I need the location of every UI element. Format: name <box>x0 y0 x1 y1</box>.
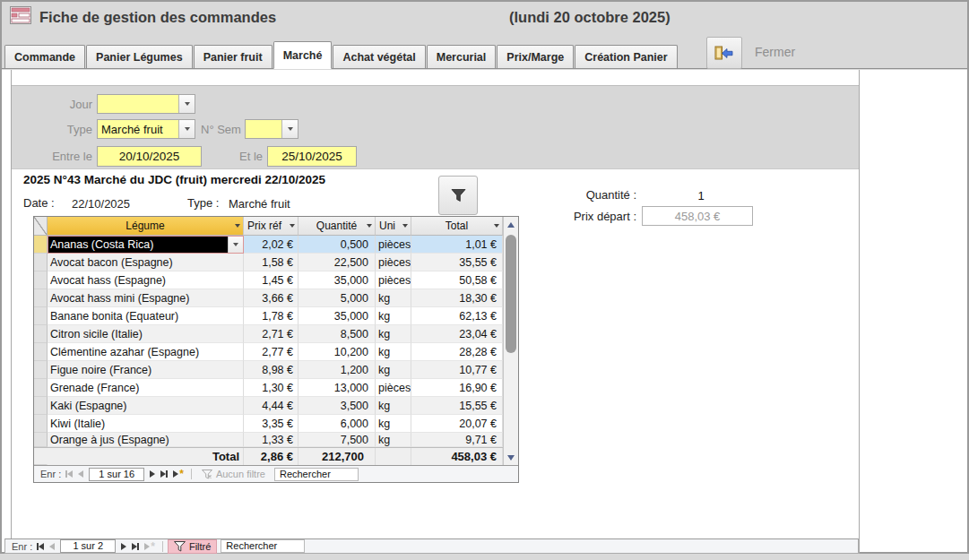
cell-uni[interactable]: pièces <box>376 254 411 271</box>
cell-uni[interactable]: kg <box>376 415 411 433</box>
last-record-button[interactable] <box>160 470 168 478</box>
column-header-quantite[interactable]: Quantité <box>298 217 376 236</box>
cell-uni[interactable]: kg <box>376 397 411 415</box>
row-selector[interactable] <box>34 361 48 379</box>
cell-uni[interactable]: kg <box>376 433 411 447</box>
tab-prix-marge[interactable]: Prix/Marge <box>497 45 574 68</box>
row-selector[interactable] <box>34 343 48 361</box>
date-fin-input[interactable]: 25/10/2025 <box>267 146 357 167</box>
cell-legume[interactable]: Avocat hass mini (Espagne) <box>48 289 244 307</box>
row-selector[interactable] <box>34 433 48 447</box>
cell-quantite[interactable]: 10,200 <box>298 343 376 361</box>
filter-status-chip[interactable]: Filtré <box>168 539 217 554</box>
record-position-box[interactable]: 1 sur 16 <box>89 468 144 481</box>
cell-prix-ref[interactable]: 4,44 € <box>244 397 298 415</box>
row-selector[interactable] <box>34 254 48 271</box>
cell-prix-ref[interactable]: 3,66 € <box>244 289 298 307</box>
first-record-button[interactable] <box>37 543 44 550</box>
cell-prix-ref[interactable]: 1,78 € <box>244 307 298 325</box>
cell-uni[interactable]: pièces <box>376 236 411 254</box>
row-selector[interactable] <box>34 415 48 433</box>
cell-quantite[interactable]: 5,000 <box>298 289 376 307</box>
column-header-uni[interactable]: Uni <box>376 217 411 236</box>
column-header-total[interactable]: Total <box>411 217 503 236</box>
chevron-down-icon[interactable] <box>281 120 298 138</box>
cell-legume[interactable]: Grenade (France) <box>48 379 244 397</box>
previous-record-button[interactable] <box>49 543 55 550</box>
chevron-down-icon[interactable] <box>178 95 195 113</box>
legume-cell-dropdown[interactable] <box>228 237 243 253</box>
cell-prix-ref[interactable]: 8,98 € <box>244 361 298 379</box>
jour-combobox[interactable] <box>97 94 195 114</box>
date-debut-input[interactable]: 20/10/2025 <box>97 146 202 167</box>
type-combobox[interactable]: Marché fruit <box>97 119 195 139</box>
cell-prix-ref[interactable]: 2,71 € <box>244 325 298 343</box>
previous-record-button[interactable] <box>78 470 83 478</box>
cell-prix-ref[interactable]: 3,35 € <box>244 415 298 433</box>
record-search-box[interactable]: Rechercher <box>274 468 359 481</box>
cell-prix-ref[interactable]: 2,77 € <box>244 343 298 361</box>
row-selector[interactable] <box>34 325 48 343</box>
row-selector[interactable] <box>34 289 48 307</box>
column-header-prix-ref[interactable]: Prix réf <box>244 217 298 236</box>
cell-uni[interactable]: kg <box>376 343 411 361</box>
cell-total[interactable]: 15,55 € <box>411 397 503 415</box>
cell-prix-ref[interactable]: 1,30 € <box>244 379 298 397</box>
dropdown-arrow-icon[interactable] <box>402 224 408 228</box>
row-selector[interactable] <box>34 379 48 397</box>
cell-total[interactable]: 23,04 € <box>411 325 503 343</box>
row-selector[interactable] <box>34 397 48 415</box>
scrollbar-thumb[interactable] <box>506 235 516 353</box>
cell-total[interactable]: 28,28 € <box>411 343 503 361</box>
new-record-button[interactable]: * <box>144 543 155 550</box>
last-record-button[interactable] <box>132 543 139 550</box>
cell-legume[interactable]: Figue noire (France) <box>48 361 244 379</box>
cell-legume[interactable]: Ananas (Costa Rica) <box>48 236 244 254</box>
tab-cr-ation-panier[interactable]: Création Panier <box>575 45 677 68</box>
cell-total[interactable]: 16,90 € <box>411 379 503 397</box>
cell-total[interactable]: 9,71 € <box>411 433 503 447</box>
first-record-button[interactable] <box>65 470 73 478</box>
tab-panier-fruit[interactable]: Panier fruit <box>194 45 273 68</box>
cell-legume[interactable]: Orange à jus (Espagne) <box>48 433 244 447</box>
type-record-value[interactable]: Marché fruit <box>229 197 290 211</box>
cell-quantite[interactable]: 22,500 <box>298 254 376 271</box>
cell-total[interactable]: 18,30 € <box>411 289 503 307</box>
cell-prix-ref[interactable]: 2,02 € <box>244 236 298 254</box>
dropdown-arrow-icon[interactable] <box>235 224 240 228</box>
cell-quantite[interactable]: 3,500 <box>298 397 376 415</box>
cell-legume[interactable]: Avocat bacon (Espagne) <box>48 254 244 271</box>
num-sem-combobox[interactable] <box>245 119 298 139</box>
cell-quantite[interactable]: 35,000 <box>298 271 376 289</box>
cell-prix-ref[interactable]: 1,58 € <box>244 254 298 271</box>
tab-march-[interactable]: Marché <box>273 41 333 69</box>
quantite-value[interactable]: 1 <box>683 189 719 202</box>
scroll-up-button[interactable] <box>504 217 518 232</box>
recherche-button[interactable] <box>438 176 478 215</box>
next-record-button[interactable] <box>121 543 126 550</box>
cell-uni[interactable]: pièces <box>376 271 411 289</box>
datasheet-corner-cell[interactable] <box>34 217 48 236</box>
dropdown-arrow-icon[interactable] <box>494 224 499 228</box>
cell-uni[interactable]: kg <box>376 325 411 343</box>
cell-uni[interactable]: pièces <box>376 379 411 397</box>
cell-uni[interactable]: kg <box>376 361 411 379</box>
cell-quantite[interactable]: 0,500 <box>298 236 376 254</box>
chevron-down-icon[interactable] <box>178 120 195 138</box>
tab-mercurial[interactable]: Mercurial <box>427 45 497 68</box>
cell-legume[interactable]: Avocat hass (Espagne) <box>48 271 244 289</box>
cell-legume[interactable]: Banane bonita (Equateur) <box>48 307 244 325</box>
cell-uni[interactable]: kg <box>376 289 411 307</box>
cell-legume[interactable]: Kiwi (Italie) <box>48 415 244 433</box>
cell-quantite[interactable]: 8,500 <box>298 325 376 343</box>
cell-total[interactable]: 62,13 € <box>411 307 503 325</box>
cell-quantite[interactable]: 7,500 <box>298 433 376 447</box>
column-header-legume[interactable]: Légume <box>48 217 244 236</box>
row-selector[interactable] <box>34 307 48 325</box>
cell-uni[interactable]: kg <box>376 307 411 325</box>
vertical-scrollbar[interactable] <box>503 217 518 465</box>
cell-total[interactable]: 20,07 € <box>411 415 503 433</box>
close-button[interactable] <box>706 37 742 69</box>
cell-legume[interactable]: Kaki (Espagne) <box>48 397 244 415</box>
filter-status-chip[interactable]: Aucun filtre <box>196 468 271 481</box>
